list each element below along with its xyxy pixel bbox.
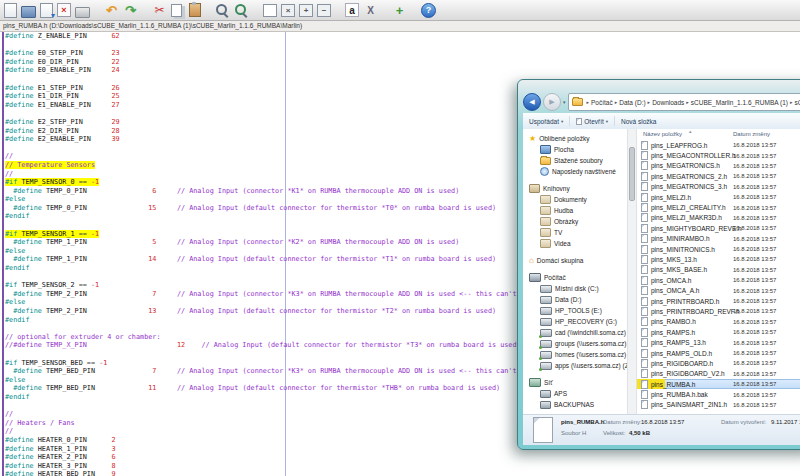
file-row[interactable]: pins_RIGIDBOARD_V2.h16.8.2018 13:57 bbox=[637, 369, 800, 379]
code-line: #define Z_ENABLE_PIN 62 bbox=[5, 32, 800, 41]
sidebar-item-plocha[interactable]: Plocha bbox=[523, 144, 627, 155]
scrollbar-thumb[interactable] bbox=[629, 147, 635, 201]
open-button[interactable]: Otevřít▾ bbox=[576, 118, 608, 125]
file-row[interactable]: pins_LEAPFROG.h16.8.2018 13:57 bbox=[637, 140, 800, 150]
sidebar-item-hudba[interactable]: Hudba bbox=[523, 205, 627, 216]
file-row[interactable]: pins_MKS_BASE.h16.8.2018 13:57 bbox=[637, 265, 800, 275]
redo-icon[interactable]: ↷ bbox=[123, 3, 138, 18]
maximize-icon[interactable]: + bbox=[299, 4, 313, 17]
sidebar-item-naposledy-nav-t-ven[interactable]: Naposledy navštívené bbox=[523, 166, 627, 177]
file-row[interactable]: pins_RUMBA.h16.8.2018 13:57 bbox=[637, 379, 800, 389]
file-row[interactable]: pins_PRINTRBOARD_REVF.h16.8.2018 13:57 bbox=[637, 306, 800, 316]
sidebar-item-s[interactable]: Síť bbox=[523, 377, 627, 388]
sidebar-item-homes-users-soma-cz[interactable]: homes (\\users.soma.cz) bbox=[523, 349, 627, 360]
sidebar-item-tv[interactable]: TV bbox=[523, 227, 627, 238]
sidebar-item-data-d[interactable]: Data (D:) bbox=[523, 294, 627, 305]
breadcrumb-item[interactable]: Data (D:) bbox=[619, 99, 645, 106]
new-folder-button[interactable]: Nová složka bbox=[621, 118, 656, 125]
file-icon bbox=[641, 369, 648, 378]
file-icon bbox=[641, 349, 648, 358]
address-bar[interactable]: ▸Počítač▸Data (D:)▸Downloads▸sCUBE_Marli… bbox=[568, 93, 800, 111]
save-icon[interactable] bbox=[40, 3, 53, 18]
restore-icon[interactable]: − bbox=[317, 4, 331, 17]
organize-button[interactable]: Uspořádat▾ bbox=[529, 118, 563, 125]
sidebar-item-apps-users-soma-cz-z[interactable]: apps (\\users.soma.cz) (Z bbox=[523, 360, 627, 371]
column-header-name[interactable]: Název položky bbox=[643, 131, 682, 137]
editor-tab[interactable]: pins_RUMBA.h (D:\Downloads\sCUBE_Marlin_… bbox=[0, 21, 800, 31]
cut-icon[interactable]: ✂ bbox=[152, 3, 167, 18]
file-date: 16.8.2018 13:57 bbox=[733, 392, 776, 398]
find-icon[interactable] bbox=[215, 3, 230, 18]
file-row[interactable]: pins_MINIRAMBO.h16.8.2018 13:57 bbox=[637, 234, 800, 244]
history-dropdown-icon[interactable]: ▾ bbox=[563, 99, 566, 105]
font-icon[interactable]: a bbox=[345, 3, 359, 17]
sidebar-item-po-ta[interactable]: Počítač bbox=[523, 272, 627, 283]
sidebar-item-label: Stažené soubory bbox=[554, 157, 603, 164]
print-icon[interactable] bbox=[75, 7, 90, 18]
sidebar-item-groups-users-soma-cz[interactable]: groups (\\users.soma.cz) bbox=[523, 338, 627, 349]
file-row[interactable]: pins_MELZI_MAKR3D.h16.8.2018 13:57 bbox=[637, 213, 800, 223]
file-row[interactable]: pins_OMCA_A.h16.8.2018 13:57 bbox=[637, 285, 800, 295]
undo-icon[interactable]: ↶ bbox=[104, 3, 119, 18]
find-files-icon[interactable] bbox=[234, 3, 249, 18]
file-icon bbox=[641, 276, 648, 285]
file-row[interactable]: pins_MKS_13.h16.8.2018 13:57 bbox=[637, 254, 800, 264]
file-row[interactable]: pins_OMCA.h16.8.2018 13:57 bbox=[637, 275, 800, 285]
sidebar-item-dokumenty[interactable]: Dokumenty bbox=[523, 194, 627, 205]
file-date: 16.8.2018 13:57 bbox=[733, 205, 776, 211]
file-row[interactable]: pins_RAMPS_13.h16.8.2018 13:57 bbox=[637, 337, 800, 347]
tools-icon[interactable]: X bbox=[363, 3, 378, 18]
sidebar-item-videa[interactable]: Videa bbox=[523, 238, 627, 249]
breadcrumb-item[interactable]: sCUBE_Marlin_1.1.6_RUMBA bbox=[795, 99, 800, 106]
file-row[interactable]: pins_RAMPS.h16.8.2018 13:57 bbox=[637, 327, 800, 337]
file-name: pins_MKS_BASE.h bbox=[651, 266, 707, 273]
file-row[interactable]: pins_MEGATRONICS.h16.8.2018 13:57 bbox=[637, 161, 800, 171]
sidebar-item-m-stn-disk-c[interactable]: Místní disk (C:) bbox=[523, 283, 627, 294]
sidebar-item-dom-c-skupina[interactable]: ⌂Domácí skupina bbox=[523, 255, 627, 266]
file-row[interactable]: pins_MINITRONICS.h16.8.2018 13:57 bbox=[637, 244, 800, 254]
new-file-icon[interactable] bbox=[4, 3, 17, 18]
sidebar-item-knihovny[interactable]: Knihovny bbox=[523, 183, 627, 194]
file-date: 16.8.2018 13:57 bbox=[733, 142, 776, 148]
sidebar-item-aps[interactable]: APS bbox=[523, 388, 627, 399]
sidebar-item-obr-zky[interactable]: Obrázky bbox=[523, 216, 627, 227]
open-folder-icon[interactable] bbox=[21, 6, 36, 18]
file-row[interactable]: pins_RAMBO.h16.8.2018 13:57 bbox=[637, 317, 800, 327]
file-row[interactable]: pins_RAMPS_OLD.h16.8.2018 13:57 bbox=[637, 348, 800, 358]
copy-icon[interactable] bbox=[171, 4, 182, 17]
paste-icon[interactable] bbox=[189, 3, 201, 17]
file-row[interactable]: pins_MIGHTYBOARD_REVE.h16.8.2018 13:57 bbox=[637, 223, 800, 233]
sidebar-item-cad-windchill-soma-cz[interactable]: cad (\\windchill.soma.cz) bbox=[523, 327, 627, 338]
file-row[interactable]: pins_MELZI.h16.8.2018 13:57 bbox=[637, 192, 800, 202]
breadcrumb-item[interactable]: Downloads bbox=[652, 99, 684, 106]
forward-button[interactable]: ▶ bbox=[543, 93, 561, 111]
file-row[interactable]: pins_RIGIDBOARD.h16.8.2018 13:57 bbox=[637, 358, 800, 368]
close-file-icon[interactable]: × bbox=[57, 3, 71, 17]
library-icon bbox=[529, 184, 540, 193]
sidebar-item-obl-ben-polo-ky[interactable]: ★Oblíbené položky bbox=[523, 133, 627, 144]
help-icon[interactable]: ? bbox=[421, 3, 436, 18]
sidebar-item-hp-tools-e[interactable]: HP_TOOLS (E:) bbox=[523, 305, 627, 316]
file-name: pins_RAMPS_13.h bbox=[651, 339, 706, 346]
column-header-date[interactable]: Datum změny bbox=[733, 131, 770, 137]
sidebar-item-sta-en-soubory[interactable]: Stažené soubory bbox=[523, 155, 627, 166]
file-row[interactable]: pins_MEGATRONICS_3.h16.8.2018 13:57 bbox=[637, 182, 800, 192]
new-window-icon[interactable] bbox=[263, 4, 277, 17]
file-row[interactable]: pins_MEGATRONICS_2.h16.8.2018 13:57 bbox=[637, 171, 800, 181]
sidebar-item-backupnas[interactable]: BACKUPNAS bbox=[523, 399, 627, 410]
file-row[interactable]: pins_PRINTRBOARD.h16.8.2018 13:57 bbox=[637, 296, 800, 306]
code-line: #define E0_STEP_PIN 23 bbox=[5, 49, 800, 58]
back-button[interactable]: ◀ bbox=[523, 93, 541, 111]
sidebar-item-label: Obrázky bbox=[554, 218, 578, 225]
sidebar-item-hp-recovery-g[interactable]: HP_RECOVERY (G:) bbox=[523, 316, 627, 327]
file-name: pins_MEGATRONICS_2.h bbox=[651, 173, 727, 180]
file-row[interactable]: pins_RUMBA.h.bak16.8.2018 13:57 bbox=[637, 389, 800, 399]
file-row[interactable]: pins_MEGACONTROLLER.h16.8.2018 13:57 bbox=[637, 150, 800, 160]
breadcrumb-item[interactable]: Počítač bbox=[591, 99, 613, 106]
breadcrumb-item[interactable]: sCUBE_Marlin_1.1.6_RUMBA (1) bbox=[691, 99, 788, 106]
close-window-icon[interactable]: × bbox=[281, 4, 295, 17]
sidebar-scrollbar[interactable] bbox=[627, 129, 637, 414]
file-row[interactable]: pins_SAINSMART_2IN1.h16.8.2018 13:57 bbox=[637, 400, 800, 410]
plugins-icon[interactable]: + bbox=[392, 3, 407, 18]
file-row[interactable]: pins_MELZI_CREALITY.h16.8.2018 13:57 bbox=[637, 202, 800, 212]
